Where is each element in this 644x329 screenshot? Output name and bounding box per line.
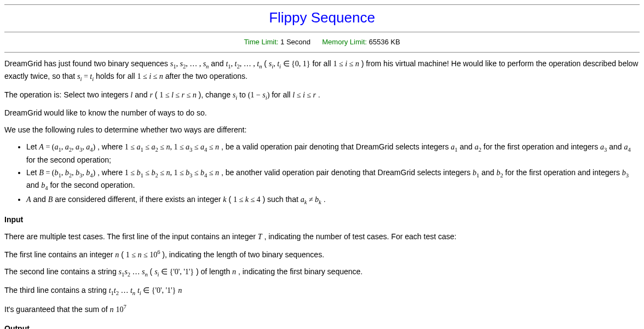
time-limit-value: 1 Second xyxy=(278,38,311,46)
memory-limit-value: 65536 KB xyxy=(367,38,400,46)
intro-paragraph-2: DreamGrid would like to know the number … xyxy=(4,107,640,119)
input-paragraph-4: The third line contains a string t1t2 … … xyxy=(4,285,640,298)
time-limit-label: Time Limit: xyxy=(244,38,278,46)
problem-title: Flippy Sequence xyxy=(4,7,640,28)
input-heading: Input xyxy=(4,214,640,226)
top-rule xyxy=(4,4,640,5)
rules-list: Let A = (a1, a2, a3, a4) , where 1 ≤ a1 … xyxy=(4,141,640,206)
rule-item-3: A and B are considered different, if the… xyxy=(26,194,640,207)
memory-limit-label: Memory Limit: xyxy=(322,38,367,46)
title-rule xyxy=(4,32,640,32)
rule-item-2: Let B = (b1, b2, b3, b4) , where 1 ≤ b1 … xyxy=(26,167,640,193)
input-paragraph-1: There are multiple test cases. The first… xyxy=(4,231,640,243)
limits-rule xyxy=(4,52,640,53)
input-paragraph-5: It's guaranteed that the sum of n 107 xyxy=(4,303,640,315)
input-paragraph-3: The second line contains a string s1s2 …… xyxy=(4,266,640,279)
output-heading: Output xyxy=(4,323,640,329)
intro-paragraph-3: We use the following rules to determine … xyxy=(4,124,640,136)
operation-paragraph: The operation is: Select two integers l … xyxy=(4,89,640,102)
rule-item-1: Let A = (a1, a2, a3, a4) , where 1 ≤ a1 … xyxy=(26,141,640,166)
intro-paragraph-1: DreamGrid has just found two binary sequ… xyxy=(4,58,640,84)
input-paragraph-2: The first line contains an integer n ( 1… xyxy=(4,248,640,261)
limits-bar: Time Limit: 1 Second Memory Limit: 65536… xyxy=(4,37,640,48)
